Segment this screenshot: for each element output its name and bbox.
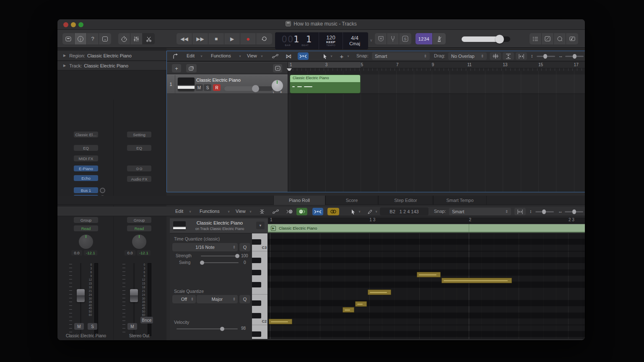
midi-out-button[interactable] (296, 208, 307, 215)
catch-playhead-button[interactable] (312, 208, 323, 215)
browsers-button[interactable] (566, 33, 578, 44)
horizontal-auto-zoom-button[interactable] (516, 52, 527, 60)
track-lanes[interactable]: Classic Electric Piano (288, 71, 585, 192)
fader-cap[interactable] (130, 289, 138, 302)
strip-button-eq[interactable]: EQ (74, 145, 98, 151)
strip-button-bus-1[interactable]: Bus 1 (74, 187, 98, 193)
record-enable-button[interactable]: R (213, 84, 221, 91)
track-header-menu-button[interactable] (273, 64, 282, 72)
strip-button-midi-fx[interactable]: MIDI FX (74, 155, 98, 161)
pan-knob[interactable] (79, 235, 93, 249)
midi-note-d2[interactable] (343, 307, 354, 313)
view-menu[interactable]: View (236, 209, 246, 214)
waveform-zoom-button[interactable] (490, 52, 501, 60)
vertical-zoom-slider[interactable] (537, 56, 555, 57)
quantize-apply-button[interactable]: Q (239, 243, 250, 251)
stop-button[interactable]: ■ (208, 33, 224, 44)
track-header[interactable]: 1 Classic Electric Piano M S R LR (167, 75, 288, 94)
midi-note-gs2[interactable] (417, 272, 441, 277)
metronome-button[interactable] (433, 33, 446, 44)
scale-root-dropdown[interactable]: Off⇕ (172, 295, 196, 303)
piano-keyboard[interactable]: C3C2 (252, 233, 268, 339)
pointer-tool-button[interactable] (348, 208, 358, 215)
strip-button-read[interactable]: Read (127, 225, 151, 231)
strip-button-classic-el-[interactable]: Classic El… (74, 132, 98, 137)
flex-button[interactable]: ⋈ (283, 52, 294, 60)
strip-button-read[interactable]: Read (74, 225, 98, 231)
strip-button-e-piano[interactable]: E-Piano (74, 165, 98, 171)
solo-button[interactable]: S (88, 323, 97, 330)
tab-step-editor[interactable]: Step Editor (378, 196, 433, 205)
functions-menu[interactable]: Functions (200, 209, 220, 214)
midi-transform-button[interactable] (170, 52, 181, 60)
rewind-button[interactable]: ◀◀ (177, 33, 192, 44)
pan-knob[interactable] (132, 235, 146, 249)
strip-button-echo[interactable]: Echo (74, 175, 98, 181)
vertical-auto-zoom-button[interactable] (503, 52, 514, 60)
strip-button-group[interactable]: Group (127, 217, 151, 223)
piano-roll-region-bar[interactable]: ▶ Classic Electric Piano (268, 224, 585, 233)
midi-in-button[interactable] (285, 208, 295, 215)
black-key-cs2[interactable] (252, 313, 261, 318)
snap-dropdown[interactable]: Smart⇕ (449, 208, 511, 215)
functions-menu[interactable]: Functions (211, 53, 231, 58)
marquee-tool-button[interactable]: + (337, 52, 346, 60)
note-pads-button[interactable] (542, 33, 554, 44)
scale-type-dropdown[interactable]: Major⇕ (197, 295, 238, 303)
track-pan-knob[interactable] (272, 80, 283, 91)
collapse-mode-button[interactable] (257, 208, 267, 215)
vertical-zoom-slider[interactable] (535, 211, 554, 212)
black-key-cs3[interactable] (252, 239, 261, 245)
time-quantize-dropdown[interactable]: 1/16 Note⇕ (172, 243, 238, 251)
list-editors-button[interactable] (530, 33, 542, 44)
region-play-icon[interactable]: ▶ (271, 226, 276, 231)
track-name[interactable]: Classic Electric Piano (196, 78, 241, 83)
tab-smart-tempo[interactable]: Smart Tempo (433, 196, 487, 205)
velocity-slider[interactable] (177, 328, 238, 329)
channel-fader[interactable]: 03691215182124303540455060 (114, 262, 164, 337)
black-key-fs2[interactable] (252, 282, 261, 287)
view-menu[interactable]: View (247, 53, 257, 58)
solo-button[interactable]: S (204, 84, 211, 91)
track-volume-slider[interactable] (224, 86, 273, 91)
strength-slider[interactable] (201, 256, 239, 256)
catch-playhead-button[interactable] (298, 52, 309, 60)
fader-cap[interactable] (77, 289, 85, 302)
cycle-button[interactable] (256, 33, 272, 44)
edit-menu[interactable]: Edit (175, 209, 183, 214)
play-button[interactable]: ▶ (224, 33, 240, 44)
record-button[interactable]: ● (240, 33, 256, 44)
strip-button-audio-fx[interactable]: Audio FX (127, 176, 151, 182)
mute-button[interactable]: M (127, 323, 137, 330)
lcd-chevron-icon[interactable]: ∨ (370, 38, 373, 42)
add-track-button[interactable]: + (172, 64, 181, 72)
black-key-as2[interactable] (252, 258, 261, 263)
pointer-tool-button[interactable] (320, 52, 330, 60)
midi-note-g2[interactable] (441, 278, 512, 283)
send-knob[interactable] (100, 188, 105, 193)
midi-region[interactable]: Classic Electric Piano (290, 75, 361, 93)
horizontal-zoom-slider[interactable] (565, 56, 584, 57)
horizontal-zoom-slider[interactable] (565, 211, 583, 212)
tuner-button[interactable] (387, 33, 399, 44)
mute-button[interactable]: M (195, 84, 203, 91)
bounce-button[interactable]: Bnce (140, 317, 153, 323)
midi-note-f2[interactable] (368, 290, 391, 295)
editor-header-menu-button[interactable]: ▼ (256, 222, 265, 229)
black-key-as1[interactable] (252, 331, 261, 337)
mute-button[interactable]: M (74, 323, 84, 330)
count-in-button[interactable]: 1234 (415, 33, 432, 44)
forward-button[interactable]: ▶▶ (192, 33, 208, 44)
tab-score[interactable]: Score (325, 196, 378, 205)
midi-note-c2[interactable] (269, 319, 292, 324)
channel-fader[interactable]: 03691215182124303540455060 (61, 262, 111, 337)
horizontal-auto-zoom-button[interactable] (514, 208, 526, 215)
master-volume-slider[interactable] (462, 36, 510, 42)
bar-ruler[interactable]: 1357911131517 (288, 62, 585, 68)
strip-button--[interactable]: ⊙⊙ (127, 165, 151, 171)
piano-roll-ruler[interactable]: 11 322 3 (268, 217, 585, 223)
automation-button[interactable] (270, 208, 281, 215)
swing-slider[interactable] (201, 262, 239, 263)
snap-dropdown[interactable]: Smart⇕ (372, 52, 430, 60)
pencil-tool-button[interactable] (365, 208, 374, 215)
